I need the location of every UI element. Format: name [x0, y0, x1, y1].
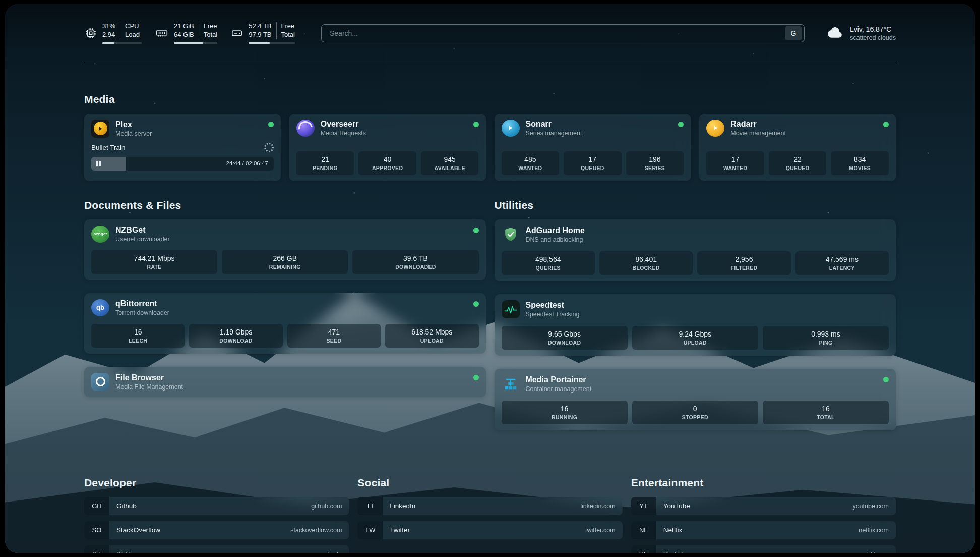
cpu-widget: 31% 2.94 CPU Load [84, 22, 142, 44]
bookmark-name: Reddit [663, 550, 683, 553]
documents-column: Documents & Files nzbget NZBGet Usenet d… [84, 199, 486, 410]
service-card-overseerr[interactable]: Overseerr Media Requests 21 PENDING 40 A… [289, 114, 486, 181]
cpu-usage-bar [102, 42, 142, 44]
service-description: Usenet downloader [115, 236, 170, 243]
bookmark-url: dev.to [325, 551, 342, 553]
service-card-speedtest[interactable]: Speedtest Speedtest Tracking 9.65 Gbps D… [495, 294, 896, 356]
service-description: DNS and adblocking [526, 236, 585, 243]
service-name: qBittorrent [115, 299, 169, 308]
plex-progress-bar[interactable]: 24:44 / 02:06:47 [91, 157, 274, 171]
disk-total-value: 97.9 TB [249, 31, 271, 39]
cloud-icon [827, 26, 844, 41]
search-input[interactable] [329, 29, 785, 38]
filebrowser-icon [91, 373, 109, 391]
status-dot [678, 122, 684, 127]
radarr-icon [706, 120, 724, 137]
overseerr-stat-available: 945 AVAILABLE [421, 151, 479, 175]
bookmark-linkedin[interactable]: LI LinkedIn linkedin.com [357, 497, 622, 515]
bookmark-name: YouTube [663, 502, 690, 510]
bookmark-abbr: LI [357, 497, 383, 515]
disk-usage-bar [249, 42, 295, 44]
weather-widget: Lviv, 16.87°C scattered clouds [827, 25, 896, 41]
media-card-grid: Plex Media server Bullet Train 24:44 / 0… [84, 114, 896, 181]
pause-icon[interactable] [96, 161, 101, 166]
bookmark-abbr: NF [631, 521, 656, 539]
entertainment-column: Entertainment YT YouTube youtube.com NF … [631, 477, 896, 553]
qbittorrent-icon: qb [91, 299, 109, 316]
bookmark-name: Github [116, 502, 137, 510]
bookmark-reddit[interactable]: RE Reddit reddit.com [631, 545, 896, 553]
disk-free-label: Free [281, 22, 295, 31]
service-card-radarr[interactable]: Radarr Movie management 17 WANTED 22 QUE… [699, 114, 896, 181]
dashboard-screen: 31% 2.94 CPU Load [5, 4, 975, 553]
service-card-adguard[interactable]: AdGuard Home DNS and adblocking 498,564 … [495, 219, 896, 281]
memory-free-label: Free [204, 22, 217, 31]
service-card-qbittorrent[interactable]: qb qBittorrent Torrent downloader 16 LEE… [84, 293, 486, 354]
bookmark-url: twitter.com [585, 527, 616, 534]
nzbget-stat-downloaded: 39.6 TB DOWNLOADED [352, 250, 478, 274]
utilities-column: Utilities [495, 199, 896, 443]
cpu-percent: 31% [102, 22, 115, 31]
sonarr-stat-wanted: 485 WANTED [502, 151, 560, 175]
service-name: Plex [115, 120, 152, 129]
resource-widgets: 31% 2.94 CPU Load [84, 22, 295, 44]
service-card-filebrowser[interactable]: File Browser Media File Management [84, 367, 486, 397]
service-card-nzbget[interactable]: nzbget NZBGet Usenet downloader 744.21 M… [84, 219, 486, 280]
service-description: Movie management [730, 130, 786, 137]
gear-icon[interactable] [264, 143, 274, 152]
plex-playback-time: 24:44 / 02:06:47 [226, 160, 268, 166]
service-card-portainer[interactable]: Media Portainer Container management 16 … [495, 369, 896, 430]
header-divider [84, 62, 896, 62]
speedtest-stat-upload: 9.24 Gbps UPLOAD [632, 326, 758, 350]
search-provider-button[interactable]: G [785, 26, 802, 40]
top-bar: 31% 2.94 CPU Load [84, 4, 896, 44]
bookmark-name: Twitter [390, 526, 410, 534]
portainer-stat-stopped: 0 STOPPED [632, 401, 758, 424]
service-name: Radarr [730, 120, 786, 129]
weather-condition: scattered clouds [850, 34, 896, 41]
section-title-developer: Developer [84, 477, 349, 489]
service-card-sonarr[interactable]: Sonarr Series management 485 WANTED 17 Q… [495, 114, 691, 181]
bookmark-name: Netflix [663, 526, 683, 534]
bookmark-github[interactable]: GH Github github.com [84, 497, 349, 515]
status-dot [473, 375, 479, 380]
qbittorrent-stat-seed: 471 SEED [287, 324, 381, 348]
section-title-utilities: Utilities [495, 199, 896, 211]
portainer-icon [502, 375, 520, 393]
disk-widget: 52.4 TB 97.9 TB Free Total [230, 22, 295, 44]
service-name: AdGuard Home [526, 226, 585, 235]
adguard-stat-latency: 47.569 ms LATENCY [795, 251, 889, 275]
plex-now-playing-title: Bullet Train [91, 144, 126, 151]
service-description: Speedtest Tracking [526, 311, 580, 318]
search-bar: G [321, 24, 805, 42]
bookmark-abbr: GH [84, 497, 109, 515]
adguard-stat-blocked: 86,401 BLOCKED [599, 251, 693, 275]
bookmark-abbr: RE [631, 545, 656, 553]
bookmark-name: DEV [116, 550, 131, 553]
adguard-stat-queries: 498,564 QUERIES [502, 251, 595, 275]
bookmark-abbr: DT [84, 545, 109, 553]
service-description: Container management [526, 385, 592, 393]
overseerr-stat-pending: 21 PENDING [296, 151, 354, 175]
adguard-stat-filtered: 2,956 FILTERED [697, 251, 790, 275]
bookmark-youtube[interactable]: YT YouTube youtube.com [631, 497, 896, 515]
bookmark-dev[interactable]: DT DEV dev.to [84, 545, 349, 553]
bookmark-name: StackOverflow [116, 526, 160, 534]
service-card-plex[interactable]: Plex Media server Bullet Train 24:44 / 0… [84, 114, 281, 181]
service-description: Torrent downloader [115, 309, 169, 316]
social-column: Social LI LinkedIn linkedin.com TW Twitt… [357, 477, 622, 553]
weather-location-temp: Lviv, 16.87°C [850, 25, 896, 33]
status-dot [473, 122, 479, 127]
speedtest-stat-ping: 0.993 ms PING [763, 326, 889, 350]
cpu-label: CPU [125, 22, 140, 31]
nzbget-stat-remaining: 266 GB REMAINING [222, 250, 348, 274]
radarr-stat-queued: 22 QUEUED [769, 151, 827, 175]
bookmark-url: github.com [311, 503, 342, 510]
speedtest-stat-download: 9.65 Gbps DOWNLOAD [502, 326, 628, 350]
bookmark-twitter[interactable]: TW Twitter twitter.com [357, 521, 622, 539]
bookmark-abbr: YT [631, 497, 656, 515]
bookmark-netflix[interactable]: NF Netflix netflix.com [631, 521, 896, 539]
section-title-documents: Documents & Files [84, 199, 486, 211]
service-name: Overseerr [321, 120, 366, 129]
bookmark-stackoverflow[interactable]: SO StackOverflow stackoverflow.com [84, 521, 349, 539]
